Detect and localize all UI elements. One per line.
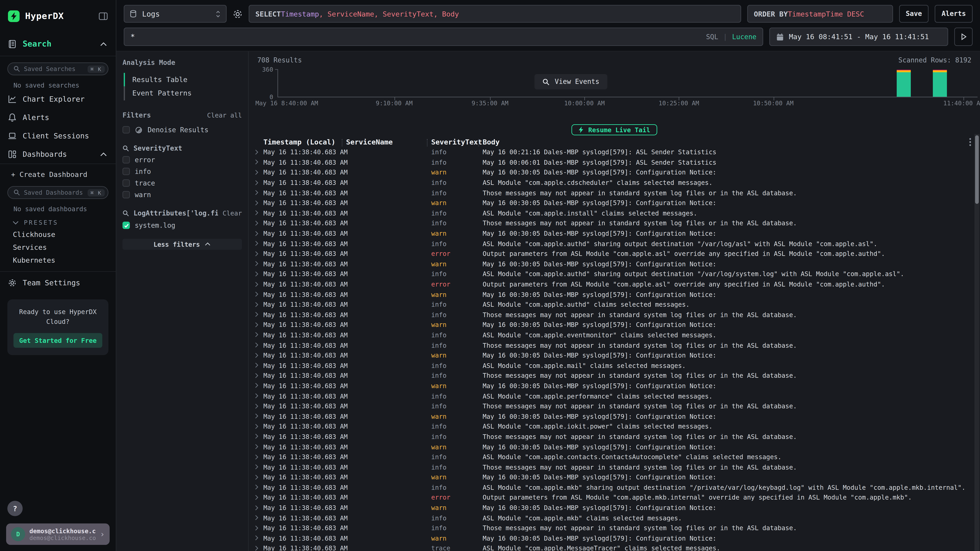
create-dashboard-button[interactable]: + Create Dashboard bbox=[0, 164, 116, 180]
row-expand-chevron-icon[interactable] bbox=[255, 281, 263, 287]
col-header-body[interactable]: Body bbox=[478, 138, 980, 146]
help-button[interactable]: ? bbox=[7, 501, 23, 516]
row-expand-chevron-icon[interactable] bbox=[255, 413, 263, 419]
mode-results-table[interactable]: Results Table bbox=[124, 73, 242, 87]
table-row[interactable]: May 16 11:38:40.683 AM info Those messag… bbox=[255, 370, 980, 381]
clear-all-link[interactable]: Clear all bbox=[207, 112, 242, 119]
systemlog-checkbox-checked[interactable] bbox=[123, 222, 130, 229]
preset-item[interactable]: Clickhouse bbox=[0, 228, 116, 241]
table-row[interactable]: May 16 11:38:40.683 AM warn May 16 00:30… bbox=[255, 198, 980, 208]
row-expand-chevron-icon[interactable] bbox=[255, 180, 263, 185]
table-row[interactable]: May 16 11:38:40.683 AM trace ASL Module … bbox=[255, 543, 980, 551]
scrollbar-thumb[interactable] bbox=[975, 135, 979, 204]
row-expand-chevron-icon[interactable] bbox=[255, 353, 263, 358]
severity-checkbox[interactable] bbox=[123, 179, 130, 187]
severity-option[interactable]: error bbox=[123, 156, 242, 164]
table-row[interactable]: May 16 11:38:40.683 AM warn May 16 00:30… bbox=[255, 289, 980, 299]
row-expand-chevron-icon[interactable] bbox=[255, 271, 263, 277]
table-row[interactable]: May 16 11:38:40.683 AM info ASL Module "… bbox=[255, 360, 980, 370]
sidebar-collapse-icon[interactable] bbox=[99, 11, 108, 21]
table-row[interactable]: May 16 11:38:40.683 AM error Output para… bbox=[255, 279, 980, 289]
vertical-scrollbar[interactable] bbox=[975, 134, 979, 551]
histogram-bar[interactable] bbox=[897, 70, 911, 97]
row-expand-chevron-icon[interactable] bbox=[255, 474, 263, 480]
table-row[interactable]: May 16 11:38:40.683 AM warn May 16 00:30… bbox=[255, 472, 980, 482]
table-row[interactable]: May 16 11:38:40.683 AM info ASL Module "… bbox=[255, 330, 980, 340]
table-row[interactable]: May 16 11:38:40.683 AM warn May 16 00:30… bbox=[255, 411, 980, 421]
source-settings-gear-icon[interactable] bbox=[233, 9, 243, 19]
row-expand-chevron-icon[interactable] bbox=[255, 302, 263, 307]
row-expand-chevron-icon[interactable] bbox=[255, 484, 263, 490]
row-expand-chevron-icon[interactable] bbox=[255, 515, 263, 521]
table-row[interactable]: May 16 11:38:40.683 AM warn May 16 00:30… bbox=[255, 381, 980, 391]
row-expand-chevron-icon[interactable] bbox=[255, 403, 263, 409]
row-expand-chevron-icon[interactable] bbox=[255, 190, 263, 195]
table-row[interactable]: May 16 11:38:40.683 AM info ASL Module "… bbox=[255, 208, 980, 218]
table-row[interactable]: May 16 11:38:40.683 AM info ASL Module "… bbox=[255, 391, 980, 401]
preset-item[interactable]: Kubernetes bbox=[0, 254, 116, 266]
order-by-input[interactable]: ORDER BY TimestampTime DESC bbox=[747, 5, 893, 23]
select-columns-input[interactable]: SELECT Timestamp, ServiceName, SeverityT… bbox=[249, 5, 741, 23]
date-range-picker[interactable]: May 16 08:41:51 - May 16 11:41:51 bbox=[769, 27, 948, 46]
row-expand-chevron-icon[interactable] bbox=[255, 495, 263, 500]
row-expand-chevron-icon[interactable] bbox=[255, 170, 263, 175]
table-row[interactable]: May 16 11:38:40.683 AM info ASL Module "… bbox=[255, 513, 980, 523]
severity-option[interactable]: trace bbox=[123, 179, 242, 187]
view-events-button[interactable]: View Events bbox=[535, 74, 608, 89]
row-expand-chevron-icon[interactable] bbox=[255, 230, 263, 236]
saved-dashboards-input[interactable]: Saved Dashboards ⌘ K bbox=[7, 186, 108, 199]
chart-plot[interactable]: May 16 8:40:00 AM9:10:00 AM9:35:00 AM10:… bbox=[277, 69, 978, 97]
col-header-timestamp[interactable]: Timestamp (Local) bbox=[263, 138, 342, 146]
logattr-option-systemlog[interactable]: system.log bbox=[123, 221, 242, 229]
row-expand-chevron-icon[interactable] bbox=[255, 454, 263, 460]
table-options-menu-icon[interactable] bbox=[969, 138, 971, 146]
get-started-button[interactable]: Get Started for Free bbox=[13, 333, 102, 348]
table-row[interactable]: May 16 11:38:40.683 AM warn May 16 00:30… bbox=[255, 319, 980, 330]
row-expand-chevron-icon[interactable] bbox=[255, 363, 263, 368]
row-expand-chevron-icon[interactable] bbox=[255, 241, 263, 246]
row-expand-chevron-icon[interactable] bbox=[255, 444, 263, 449]
row-expand-chevron-icon[interactable] bbox=[255, 433, 263, 439]
row-expand-chevron-icon[interactable] bbox=[255, 505, 263, 510]
alerts-button[interactable]: Alerts bbox=[935, 5, 973, 23]
table-row[interactable]: May 16 11:38:40.683 AM info Those messag… bbox=[255, 462, 980, 472]
table-row[interactable]: May 16 11:38:40.683 AM info Those messag… bbox=[255, 432, 980, 441]
row-expand-chevron-icon[interactable] bbox=[255, 546, 263, 551]
table-row[interactable]: May 16 11:38:40.683 AM info ASL Module "… bbox=[255, 269, 980, 279]
table-row[interactable]: May 16 11:38:40.683 AM info Those messag… bbox=[255, 187, 980, 198]
table-row[interactable]: May 16 11:38:40.683 AM info Those messag… bbox=[255, 310, 980, 320]
saved-searches-input[interactable]: Saved Searches ⌘ K bbox=[7, 62, 108, 75]
table-row[interactable]: May 16 11:38:40.683 AM warn May 16 00:30… bbox=[255, 259, 980, 269]
logattr-clear-link[interactable]: Clear bbox=[223, 210, 242, 217]
table-row[interactable]: May 16 11:38:40.683 AM error Output para… bbox=[255, 492, 980, 503]
sidebar-item-team-settings[interactable]: Team Settings bbox=[0, 272, 116, 292]
severity-checkbox[interactable] bbox=[123, 168, 130, 175]
row-expand-chevron-icon[interactable] bbox=[255, 342, 263, 348]
user-menu[interactable]: D demos@clickhouse.com demos@clickhouse.… bbox=[6, 524, 110, 545]
sidebar-item-dashboards[interactable]: Dashboards bbox=[0, 145, 116, 164]
table-row[interactable]: May 16 11:38:40.683 AM info May 16 00:21… bbox=[255, 147, 980, 157]
col-header-severitytext[interactable]: SeverityText bbox=[427, 138, 478, 146]
row-expand-chevron-icon[interactable] bbox=[255, 200, 263, 205]
table-row[interactable]: May 16 11:38:40.683 AM info ASL Module "… bbox=[255, 238, 980, 249]
row-expand-chevron-icon[interactable] bbox=[255, 373, 263, 378]
severity-option[interactable]: warn bbox=[123, 191, 242, 199]
sidebar-item-chart-explorer[interactable]: Chart Explorer bbox=[0, 90, 116, 108]
table-row[interactable]: May 16 11:38:40.683 AM warn May 16 00:30… bbox=[255, 167, 980, 178]
mode-event-patterns[interactable]: Event Patterns bbox=[124, 87, 242, 100]
row-expand-chevron-icon[interactable] bbox=[255, 393, 263, 399]
table-row[interactable]: May 16 11:38:40.683 AM info Those messag… bbox=[255, 340, 980, 350]
table-row[interactable]: May 16 11:38:40.683 AM warn May 16 00:30… bbox=[255, 228, 980, 238]
table-row[interactable]: May 16 11:38:40.683 AM info ASL Module "… bbox=[255, 452, 980, 462]
table-row[interactable]: May 16 11:38:40.683 AM info ASL Module "… bbox=[255, 177, 980, 187]
query-search-input[interactable]: * SQL | Lucene bbox=[124, 27, 763, 46]
denoise-checkbox[interactable] bbox=[123, 126, 130, 134]
table-row[interactable]: May 16 11:38:40.683 AM info Those messag… bbox=[255, 523, 980, 533]
row-expand-chevron-icon[interactable] bbox=[255, 383, 263, 388]
table-row[interactable]: May 16 11:38:40.683 AM info May 16 00:06… bbox=[255, 157, 980, 167]
lang-lucene-option[interactable]: Lucene bbox=[732, 33, 756, 41]
table-row[interactable]: May 16 11:38:40.683 AM info ASL Module "… bbox=[255, 421, 980, 432]
sidebar-item-alerts[interactable]: Alerts bbox=[0, 108, 116, 127]
table-row[interactable]: May 16 11:38:40.683 AM info ASL Module "… bbox=[255, 482, 980, 492]
histogram-bar[interactable] bbox=[933, 70, 947, 97]
